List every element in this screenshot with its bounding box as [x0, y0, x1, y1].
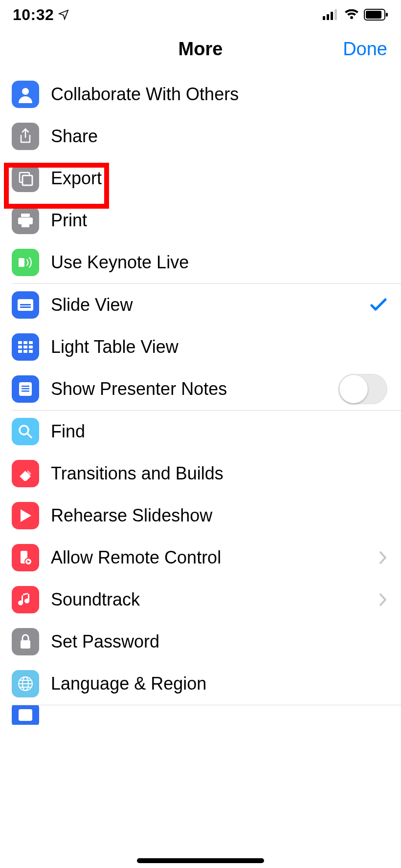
chevron-right-icon — [379, 550, 387, 565]
row-remote[interactable]: Allow Remote Control — [0, 537, 401, 579]
broadcast-icon — [12, 249, 39, 276]
row-label: Collaborate With Others — [51, 84, 387, 105]
play-icon — [12, 502, 39, 529]
svg-rect-19 — [18, 341, 22, 344]
page-title: More — [178, 39, 223, 60]
svg-rect-6 — [386, 13, 388, 17]
row-label: Slide View — [51, 295, 370, 315]
svg-rect-22 — [18, 346, 22, 348]
row-share[interactable]: Share — [0, 115, 401, 157]
row-presenter-notes[interactable]: Show Presenter Notes — [0, 368, 401, 410]
wifi-icon — [344, 9, 359, 20]
row-label: Export — [51, 168, 387, 189]
settings-icon — [12, 705, 39, 725]
row-label: Transitions and Builds — [51, 463, 387, 484]
row-label: Soundtrack — [51, 589, 379, 610]
done-button[interactable]: Done — [343, 39, 387, 60]
person-icon — [12, 81, 39, 108]
row-find[interactable]: Find — [0, 411, 401, 453]
row-print[interactable]: Print — [0, 199, 401, 241]
nav-header: More Done — [0, 29, 401, 68]
row-label: Language & Region — [51, 673, 387, 694]
cellular-icon — [323, 9, 339, 20]
svg-rect-17 — [20, 304, 31, 305]
svg-rect-0 — [323, 16, 325, 20]
svg-rect-14 — [22, 222, 29, 227]
chevron-right-icon — [379, 592, 387, 607]
svg-rect-2 — [331, 12, 333, 20]
svg-rect-11 — [21, 214, 30, 217]
grid-icon — [12, 333, 39, 361]
svg-rect-1 — [327, 14, 329, 20]
svg-point-7 — [22, 88, 29, 95]
music-icon — [12, 586, 39, 613]
row-slide-view[interactable]: Slide View — [0, 284, 401, 326]
more-menu-list: Collaborate With Others Share Export — [0, 68, 401, 725]
status-bar: 10:32 — [0, 0, 401, 29]
row-label: Set Password — [51, 631, 387, 652]
row-transitions[interactable]: Transitions and Builds — [0, 453, 401, 495]
presenter-notes-toggle[interactable] — [338, 374, 387, 404]
row-keynote-live[interactable]: Use Keynote Live — [0, 241, 401, 283]
row-language-region[interactable]: Language & Region — [0, 663, 401, 705]
checkmark-icon — [370, 298, 387, 312]
globe-icon — [12, 670, 39, 697]
status-time: 10:32 — [13, 6, 54, 24]
svg-rect-29 — [22, 386, 29, 387]
svg-rect-3 — [334, 9, 337, 20]
row-label: Use Keynote Live — [51, 252, 387, 273]
row-label: Print — [51, 210, 387, 231]
battery-icon — [364, 9, 388, 21]
svg-rect-27 — [29, 350, 33, 353]
svg-rect-39 — [19, 709, 32, 721]
lock-icon — [12, 628, 39, 655]
svg-rect-24 — [29, 346, 33, 348]
svg-rect-23 — [23, 346, 27, 348]
home-indicator[interactable] — [137, 858, 264, 863]
row-collaborate[interactable]: Collaborate With Others — [0, 73, 401, 115]
svg-rect-26 — [23, 350, 27, 353]
row-rehearse[interactable]: Rehearse Slideshow — [0, 495, 401, 537]
share-icon — [12, 123, 39, 150]
row-soundtrack[interactable]: Soundtrack — [0, 579, 401, 621]
svg-rect-36 — [21, 640, 30, 649]
find-icon — [12, 418, 39, 445]
row-label: Light Table View — [51, 337, 387, 357]
svg-rect-20 — [23, 341, 27, 344]
row-label: Allow Remote Control — [51, 547, 379, 568]
row-set-password[interactable]: Set Password — [0, 621, 401, 663]
row-label: Show Presenter Notes — [51, 379, 338, 399]
location-icon — [58, 9, 69, 21]
svg-rect-30 — [22, 388, 29, 390]
row-label: Find — [51, 421, 387, 442]
row-next-partial[interactable] — [0, 705, 401, 725]
row-label: Rehearse Slideshow — [51, 505, 387, 526]
row-label: Share — [51, 126, 387, 147]
remote-icon — [12, 544, 39, 571]
svg-rect-31 — [22, 391, 29, 392]
print-icon — [12, 207, 39, 234]
svg-rect-9 — [22, 175, 32, 185]
transitions-icon — [12, 460, 39, 487]
row-export[interactable]: Export — [0, 157, 401, 199]
row-light-table[interactable]: Light Table View — [0, 326, 401, 368]
svg-rect-21 — [29, 341, 33, 344]
notes-icon — [12, 375, 39, 403]
svg-rect-15 — [19, 258, 24, 267]
export-icon — [12, 165, 39, 192]
svg-rect-5 — [366, 11, 381, 19]
svg-rect-18 — [20, 306, 31, 308]
slide-view-icon — [12, 291, 39, 319]
svg-rect-25 — [18, 350, 22, 353]
